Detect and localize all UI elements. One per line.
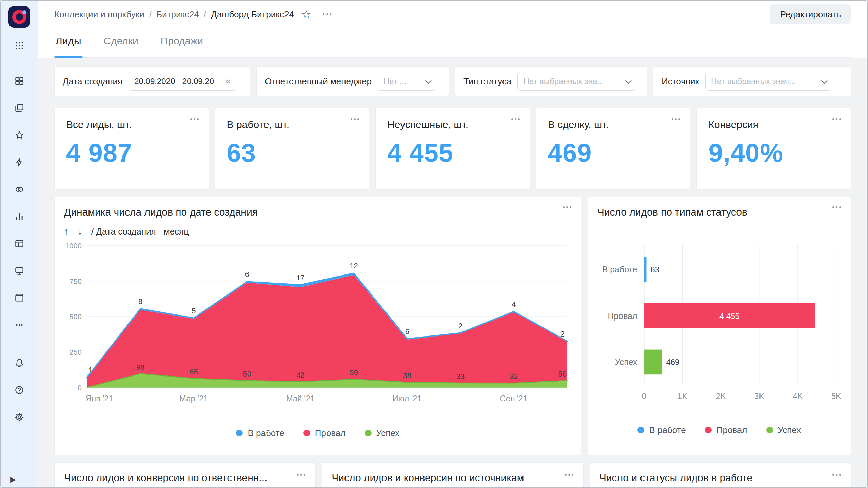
widget-menu-icon[interactable] [832, 118, 841, 120]
filter-label: Дата создания [63, 76, 122, 87]
svg-text:8: 8 [138, 297, 142, 306]
tab-deals[interactable]: Сделки [102, 28, 140, 57]
datalens-logo[interactable] [8, 6, 30, 28]
filter-creation-date: Дата создания 20.09.2020 - 20.09.20 × [54, 66, 250, 96]
chart-toolbar: ↑ ↓ / Дата создания - месяц [55, 218, 581, 237]
kpi-label: В сделку, шт. [548, 119, 679, 130]
sort-asc-icon[interactable]: ↑ [64, 226, 69, 237]
legend-item[interactable]: Провал [303, 428, 346, 439]
legend-label: Провал [716, 425, 747, 435]
edit-button[interactable]: Редактировать [770, 4, 851, 24]
legend-label: Провал [315, 428, 346, 439]
leads-in-progress-widget: Число и статусы лидов в работе [590, 462, 851, 487]
leads-by-manager-widget: Число лидов и конверсия по ответственн..… [54, 462, 316, 487]
widget-menu-icon[interactable] [563, 206, 572, 208]
page-menu-icon[interactable] [323, 13, 332, 15]
legend-dot-icon [303, 430, 310, 436]
connections-icon[interactable] [12, 155, 27, 170]
collections-icon[interactable] [12, 73, 27, 89]
legend-item[interactable]: В работе [236, 428, 284, 439]
chevron-down-icon [821, 77, 827, 83]
status-type-select[interactable]: Нет выбранных зна... [517, 72, 635, 91]
legend-label: В работе [649, 425, 686, 435]
leads-by-status-bar-chart[interactable]: 01K2K3K4K5KВ работе63Провал4 455Успех469 [597, 234, 842, 420]
favorites-icon[interactable] [12, 127, 27, 143]
widget-menu-icon[interactable] [832, 474, 841, 476]
clear-icon[interactable]: × [225, 76, 231, 87]
filter-source: Источник Нет выбранных знач... [653, 66, 851, 96]
date-range-input[interactable]: 20.09.2020 - 20.09.20 × [129, 72, 236, 91]
logo-dot [22, 10, 26, 14]
dashboards-icon[interactable] [12, 263, 27, 279]
kpi-label: Конверсия [708, 119, 839, 130]
favorite-star-icon[interactable]: ☆ [301, 8, 311, 21]
svg-text:98: 98 [136, 363, 144, 371]
svg-text:59: 59 [350, 368, 358, 377]
svg-text:1: 1 [88, 366, 93, 374]
svg-text:6: 6 [405, 327, 409, 336]
tab-leads[interactable]: Лиды [54, 28, 83, 57]
more-icon[interactable] [12, 317, 27, 333]
charts-icon[interactable] [12, 209, 27, 224]
leads-dynamics-area-chart[interactable]: 0250500750100018561712624298655042593833… [63, 237, 572, 423]
widget-menu-icon[interactable] [511, 118, 520, 120]
svg-text:2K: 2K [716, 391, 726, 401]
app-window: ▶ Коллекции и воркбуки / Битрикс24 / Даш… [0, 0, 868, 488]
legend-item[interactable]: Провал [705, 425, 747, 435]
svg-text:50: 50 [558, 370, 567, 378]
charts-row: Динамика числа лидов по дате создания ↑ … [54, 197, 851, 455]
apps-grid-icon[interactable] [12, 38, 27, 54]
datasets-icon[interactable] [12, 182, 27, 197]
svg-text:42: 42 [296, 371, 304, 379]
svg-text:38: 38 [403, 371, 411, 380]
tab-sales[interactable]: Продажи [159, 28, 204, 57]
svg-text:Провал: Провал [608, 311, 637, 321]
help-icon[interactable] [12, 382, 27, 398]
settings-icon[interactable] [12, 409, 27, 425]
widget-menu-icon[interactable] [297, 474, 306, 476]
chart-title: Число лидов по типам статусов [597, 206, 747, 218]
svg-text:33: 33 [456, 372, 465, 381]
widget-menu-icon[interactable] [190, 118, 199, 120]
workbooks-icon[interactable] [12, 100, 27, 116]
storage-icon[interactable] [12, 290, 27, 306]
svg-text:5: 5 [192, 307, 196, 315]
breadcrumb-collections[interactable]: Коллекции и воркбуки [54, 9, 144, 20]
legend-item[interactable]: В работе [637, 425, 686, 435]
drill-breadcrumb[interactable]: / Дата создания - месяц [91, 226, 189, 237]
tables-icon[interactable] [12, 236, 27, 251]
legend-dot-icon [236, 430, 243, 436]
chart-legend: В работеПровалУспех [588, 420, 851, 440]
sidebar-expand-icon[interactable]: ▶ [1, 475, 16, 484]
breadcrumb-workbook[interactable]: Битрикс24 [156, 9, 199, 20]
filters-row: Дата создания 20.09.2020 - 20.09.20 × От… [54, 66, 851, 96]
widget-menu-icon[interactable] [672, 118, 680, 120]
chevron-down-icon [626, 77, 632, 83]
tabs-row: Лиды Сделки Продажи [38, 28, 867, 58]
kpi-unsuccessful: Неуспешные, шт. 4 455 [375, 108, 530, 190]
dashboard-canvas: Дата создания 20.09.2020 - 20.09.20 × От… [38, 58, 867, 487]
svg-text:Май '21: Май '21 [286, 394, 315, 403]
chart-title: Число лидов и конверсия по ответственн..… [64, 472, 288, 483]
chart-legend: В работеПровалУспех [55, 423, 581, 443]
source-select[interactable]: Нет выбранных знач... [705, 72, 831, 91]
svg-text:500: 500 [69, 312, 82, 321]
manager-select[interactable]: Нет ... [378, 72, 435, 91]
widget-menu-icon[interactable] [565, 474, 574, 476]
svg-text:750: 750 [69, 277, 82, 286]
svg-text:65: 65 [190, 368, 198, 376]
breadcrumb-separator: / [204, 9, 206, 20]
kpi-label: В работе, шт. [227, 119, 358, 130]
widget-menu-icon[interactable] [832, 206, 841, 208]
manager-select-value: Нет ... [383, 77, 407, 86]
svg-text:6: 6 [245, 270, 249, 279]
widget-menu-icon[interactable] [351, 118, 359, 120]
legend-dot-icon [637, 427, 644, 433]
legend-item[interactable]: Успех [766, 425, 801, 435]
legend-item[interactable]: Успех [365, 428, 400, 439]
status-type-select-value: Нет выбранных зна... [523, 77, 604, 86]
notifications-icon[interactable] [12, 355, 27, 371]
sort-desc-icon[interactable]: ↓ [78, 226, 82, 237]
legend-dot-icon [705, 427, 712, 433]
legend-label: Успех [778, 425, 801, 435]
